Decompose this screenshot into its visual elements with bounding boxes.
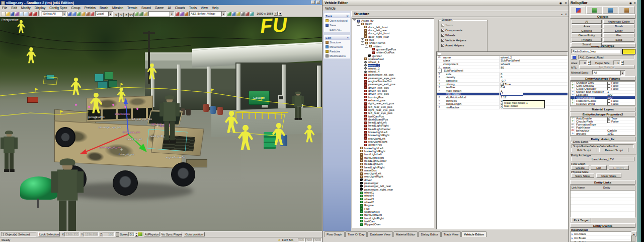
bottom-tab-material-editor[interactable]: Material Editor <box>393 231 418 237</box>
close-icon[interactable]: ✕ <box>633 2 636 5</box>
property-row-rimradius[interactable]: nrimRadius0.32 <box>437 106 568 109</box>
bottom-tab-time-of-day[interactable]: Time Of Day <box>345 231 367 237</box>
menu-vehicle[interactable]: Vehicle <box>323 7 338 10</box>
archetype-properties2-rollup-header[interactable]: EntityArchetype Properties2 <box>570 112 635 116</box>
unlink-icon[interactable] <box>33 12 37 16</box>
display-option-seats[interactable]: Seats <box>439 23 487 28</box>
axis-xy-button[interactable]: XY <box>129 13 134 18</box>
task-box-header[interactable]: Task✕ <box>325 14 350 18</box>
helper-size-input[interactable]: 1 <box>613 60 620 65</box>
property-row-receive-wind[interactable]: ?Receive WindFalse <box>571 102 635 105</box>
checkbox[interactable] <box>607 120 610 123</box>
y-coordinate[interactable]: 1536.858 <box>84 232 99 236</box>
task-open-selected[interactable]: Open selected <box>325 18 350 23</box>
link-name-column[interactable]: Link Name <box>571 186 602 190</box>
tree-expander[interactable]: − <box>353 19 356 22</box>
axis-x-button[interactable]: X <box>114 13 119 18</box>
object-button-archetype-entity[interactable]: Archetype Entity <box>603 20 634 24</box>
bottom-tab-vehicle-editor[interactable]: Vehicle Editor <box>461 231 487 237</box>
select-object-icon[interactable] <box>72 12 76 16</box>
color-swatch[interactable] <box>622 49 635 54</box>
layer-combo[interactable]: AB2_Before_Village <box>189 11 226 16</box>
bottom-tab-dialog-editor[interactable]: Dialog Editor <box>418 231 440 237</box>
save-state-button[interactable]: Save State <box>571 173 594 178</box>
tab-layers[interactable] <box>618 6 634 14</box>
area-input[interactable]: 0 <box>579 60 587 65</box>
minimize-button[interactable]: _ <box>311 1 315 4</box>
menu-ai[interactable]: AI <box>166 6 173 10</box>
no-sync-player-button[interactable]: No Sync Player <box>161 232 182 236</box>
open-icon[interactable] <box>6 12 10 16</box>
close-icon[interactable]: ✕ <box>346 14 349 18</box>
task-save[interactable]: Save <box>325 23 350 27</box>
browse-archetype-button[interactable] <box>571 55 577 59</box>
material-layers-rollup-header[interactable]: Material Layers <box>570 107 635 111</box>
menu-tools[interactable]: Tools <box>187 6 199 10</box>
3d-viewport[interactable]: FU Gasoline <box>0 17 322 231</box>
selection-combo[interactable] <box>148 11 175 16</box>
bottom-tab-database-view[interactable]: Database View <box>367 231 392 237</box>
menu-brush[interactable]: Brush <box>98 6 110 10</box>
archetype-name-input[interactable] <box>571 49 620 53</box>
object-button-brush[interactable]: Brush <box>603 24 634 28</box>
edit-box-header[interactable]: Edit^ <box>325 35 350 40</box>
maximize-button[interactable]: □ <box>316 1 320 4</box>
object-button-ai[interactable]: AI <box>572 20 602 24</box>
tab-objects[interactable] <box>570 6 586 14</box>
move-tool-icon[interactable] <box>76 12 81 16</box>
pointer-tool-icon[interactable] <box>67 12 72 16</box>
edit-movement[interactable]: Movement <box>325 44 350 49</box>
object-button-area[interactable]: Area <box>572 24 602 28</box>
object-button-prefabs[interactable]: Prefabs <box>572 38 602 42</box>
object-button-geom-entity[interactable]: Geom Entity <box>572 33 602 37</box>
select-terrain-icon[interactable] <box>90 12 95 16</box>
flowgraph-list-button[interactable]: List <box>591 165 607 170</box>
task-save-as-[interactable]: Save As... <box>325 27 350 32</box>
object-button-sound[interactable]: Sound <box>572 42 602 46</box>
ruler-icon[interactable] <box>143 12 148 16</box>
edit-script-button[interactable]: Edit Script <box>571 148 597 152</box>
display-option-asset-helpers[interactable]: Asset Helpers <box>439 43 487 48</box>
tab-terrain[interactable] <box>586 6 602 14</box>
tree-expander[interactable]: − <box>365 45 368 48</box>
axis-z-button[interactable]: Z <box>124 13 129 18</box>
entity-archetype-button[interactable]: Land.Asian_LTV <box>571 157 634 161</box>
events-scrollbar[interactable] <box>631 235 635 242</box>
objects-rollup-header[interactable]: Objects <box>570 14 635 19</box>
x-coordinate[interactable]: 1306.335 <box>64 232 79 236</box>
speed-input[interactable]: 0.1 <box>128 232 135 236</box>
menu-config-spec[interactable]: Config Spec <box>47 6 69 10</box>
bottom-tab-track-view[interactable]: Track View <box>441 231 461 237</box>
z-coordinate[interactable]: 105 <box>103 232 115 236</box>
event-item-on-attack[interactable]: ▸On Attack <box>571 232 631 236</box>
display-option-wheels[interactable]: Wheels <box>439 33 487 38</box>
rotate-tool-icon[interactable] <box>81 12 86 16</box>
menu-game[interactable]: Game <box>153 6 166 10</box>
avi-icon[interactable] <box>245 12 250 16</box>
layers-icon[interactable] <box>180 12 184 16</box>
resolution-lock-button[interactable]: + <box>274 12 278 16</box>
pick-target-button[interactable]: Pick Target <box>571 218 591 222</box>
export-icon[interactable] <box>15 12 19 16</box>
entity-links-rollup-header[interactable]: Entity Links <box>570 180 635 185</box>
terrain-tool-icon[interactable] <box>227 12 231 16</box>
save-icon[interactable] <box>10 12 15 16</box>
checkbox[interactable] <box>441 39 444 42</box>
no-material-button[interactable]: No Material <box>579 65 634 69</box>
pin-icon[interactable]: ◉ <box>629 2 632 5</box>
chevron-up-icon[interactable]: ^ <box>347 36 349 39</box>
checkbox[interactable] <box>441 34 444 37</box>
object-button-solid[interactable]: Solid <box>603 38 634 42</box>
object-icon[interactable] <box>231 12 236 16</box>
material-icon[interactable] <box>236 12 240 16</box>
flowgraph-create-button[interactable]: Create <box>571 165 589 170</box>
minimal-spec-select[interactable]: All <box>592 70 625 75</box>
checkbox[interactable] <box>441 29 444 32</box>
entity-events-rollup-header[interactable]: Entity Events <box>570 223 635 228</box>
tree-item-FlippedOver[interactable]: FlippedOver <box>352 223 434 226</box>
lock-selection-button[interactable]: Lock Selection <box>38 232 60 236</box>
tab-display[interactable] <box>602 6 618 14</box>
snap-angle-icon[interactable] <box>139 12 143 16</box>
pane-menu-icon[interactable]: ▴ <box>561 13 562 16</box>
db-icon[interactable] <box>184 12 189 16</box>
